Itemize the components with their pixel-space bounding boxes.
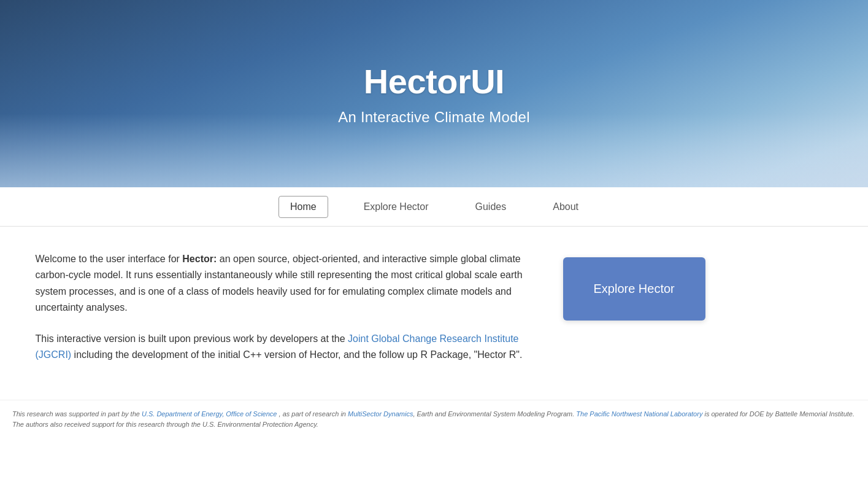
nav-home[interactable]: Home xyxy=(278,196,328,218)
content-text: Welcome to the user interface for Hector… xyxy=(36,251,526,363)
footer-middle1: , as part of research in xyxy=(277,410,348,418)
hector-brand: Hector: xyxy=(182,254,217,264)
sidebar-action: Explore Hector xyxy=(563,257,705,321)
second-paragraph: This interactive version is built upon p… xyxy=(36,331,526,364)
pnnl-link[interactable]: The Pacific Northwest National Laborator… xyxy=(576,410,702,418)
explore-hector-button[interactable]: Explore Hector xyxy=(563,257,705,321)
footer-middle2: , Earth and Environmental System Modelin… xyxy=(413,410,576,418)
hero-title: HectorUI xyxy=(364,61,504,101)
main-content: Welcome to the user interface for Hector… xyxy=(11,227,858,400)
second-suffix: including the development of the initial… xyxy=(71,349,522,360)
nav-about[interactable]: About xyxy=(542,196,590,217)
nav-guides[interactable]: Guides xyxy=(464,196,518,217)
nav-explore-hector[interactable]: Explore Hector xyxy=(353,196,440,217)
intro-paragraph: Welcome to the user interface for Hector… xyxy=(36,251,526,316)
footer-prefix: This research was supported in part by t… xyxy=(12,410,142,418)
hero-subtitle: An Interactive Climate Model xyxy=(338,109,529,126)
doe-link[interactable]: U.S. Department of Energy, Office of Sci… xyxy=(142,410,277,418)
footer: This research was supported in part by t… xyxy=(0,400,868,438)
navigation: Home Explore Hector Guides About xyxy=(0,187,868,227)
second-prefix: This interactive version is built upon p… xyxy=(36,333,348,344)
intro-prefix: Welcome to the user interface for xyxy=(36,254,183,264)
multisector-link[interactable]: MultiSector Dynamics xyxy=(348,410,413,418)
hero-banner: HectorUI An Interactive Climate Model xyxy=(0,0,868,187)
